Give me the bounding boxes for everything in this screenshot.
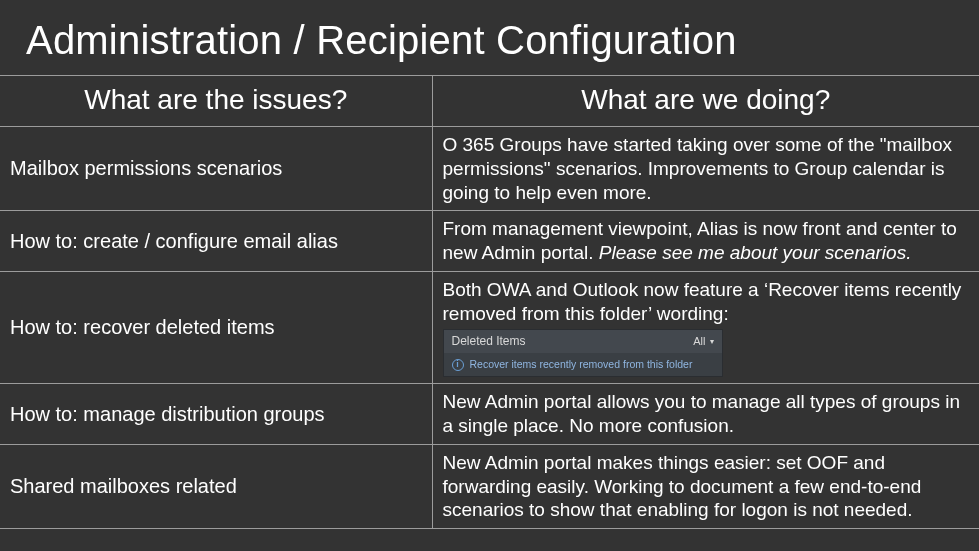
deleted-items-body: i Recover items recently removed from th… — [444, 353, 722, 376]
doing-cell: O 365 Groups have started taking over so… — [432, 127, 979, 211]
issue-cell: Shared mailboxes related — [0, 444, 432, 528]
recover-link-text: Recover items recently removed from this… — [470, 358, 693, 371]
doing-cell: Both OWA and Outlook now feature a ‘Reco… — [432, 271, 979, 384]
doing-cell: From management viewpoint, Alias is now … — [432, 211, 979, 272]
info-icon: i — [452, 359, 464, 371]
table-row: Shared mailboxes related New Admin porta… — [0, 444, 979, 528]
issue-cell: How to: create / configure email alias — [0, 211, 432, 272]
issue-cell: How to: recover deleted items — [0, 271, 432, 384]
issue-cell: Mailbox permissions scenarios — [0, 127, 432, 211]
table-row: Mailbox permissions scenarios O 365 Grou… — [0, 127, 979, 211]
issue-cell: How to: manage distribution groups — [0, 384, 432, 445]
doing-cell: New Admin portal makes things easier: se… — [432, 444, 979, 528]
chevron-down-icon: ▾ — [710, 337, 714, 347]
doing-text: Both OWA and Outlook now feature a ‘Reco… — [443, 279, 962, 324]
table-row: How to: create / configure email alias F… — [0, 211, 979, 272]
content-table: What are the issues? What are we doing? … — [0, 75, 979, 529]
doing-cell: New Admin portal allows you to manage al… — [432, 384, 979, 445]
header-issues: What are the issues? — [0, 76, 432, 127]
header-doing: What are we doing? — [432, 76, 979, 127]
table-header-row: What are the issues? What are we doing? — [0, 76, 979, 127]
filter-label: All — [693, 335, 705, 349]
doing-italic: Please see me about your scenarios. — [599, 242, 912, 263]
slide-title: Administration / Recipient Configuration — [0, 0, 979, 75]
deleted-items-ui-snippet: Deleted Items All ▾ i Recover items rece… — [443, 329, 723, 377]
deleted-items-label: Deleted Items — [452, 334, 526, 349]
deleted-items-header: Deleted Items All ▾ — [444, 330, 722, 353]
table-row: How to: recover deleted items Both OWA a… — [0, 271, 979, 384]
deleted-items-filter: All ▾ — [693, 335, 713, 349]
table-row: How to: manage distribution groups New A… — [0, 384, 979, 445]
